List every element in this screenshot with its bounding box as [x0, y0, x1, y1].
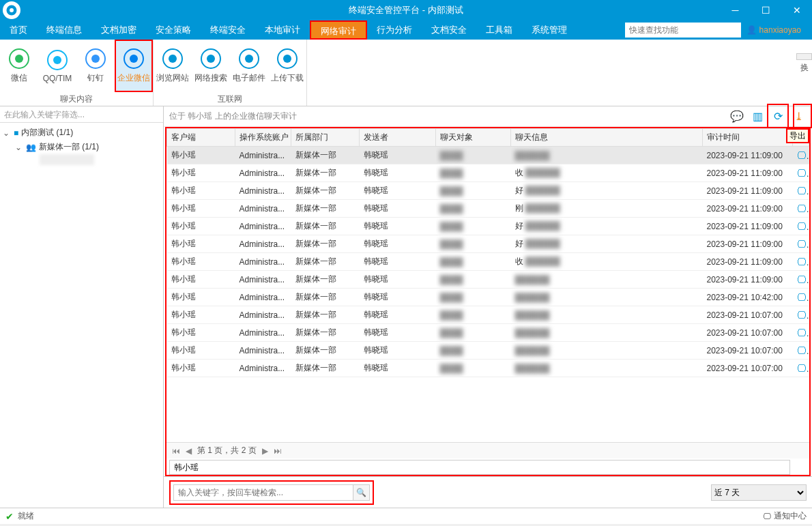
notification-center[interactable]: 🖵 通知中心 — [763, 510, 807, 522]
wechat-icon — [8, 48, 30, 70]
browse-icon — [162, 48, 184, 70]
menu-tab-5[interactable]: 本地审计 — [255, 20, 310, 40]
menu-tab-0[interactable]: 首页 — [0, 20, 37, 40]
table-row[interactable]: 韩小瑶Administra...新媒体一部韩晓瑶████好 ██████2023… — [167, 218, 809, 235]
list-view-icon[interactable]: ▥ — [749, 108, 766, 125]
statusbar: ✔ 就绪 🖵 通知中心 — [0, 508, 812, 524]
bottom-bar: 🔍 近 7 天 — [164, 476, 812, 508]
svg-point-17 — [283, 55, 291, 63]
svg-point-1 — [10, 8, 14, 12]
svg-point-5 — [53, 56, 61, 64]
main-panel: 位于 韩小瑶 上的企业微信聊天审计 💬 ▥ ⟳ ⤓ 客户端操作系统账户所属部门发… — [164, 106, 812, 508]
updown-icon — [276, 48, 298, 70]
time-range-select[interactable]: 近 7 天 — [711, 484, 807, 501]
keyword-search-input[interactable] — [173, 484, 353, 501]
col-header[interactable]: 客户端 — [167, 129, 235, 147]
col-header[interactable]: 所属部门 — [291, 129, 360, 147]
group-icon: 👥 — [26, 143, 36, 152]
wecom-icon[interactable]: 企业微信 — [115, 40, 153, 92]
collapse-icon: ⌄ — [3, 128, 11, 138]
svg-point-11 — [169, 55, 177, 63]
status-check-icon: ✔ — [5, 511, 14, 522]
table-row[interactable]: 韩小瑶Administra...新媒体一部韩晓瑶████ ██████2023-… — [167, 306, 809, 324]
table-row[interactable]: 韩小瑶Administra...新媒体一部韩晓瑶████好 ██████2023… — [167, 182, 809, 200]
dingtalk-icon — [85, 48, 106, 70]
monitor-icon: 🖵 — [797, 363, 809, 374]
user-icon: 👤 — [746, 25, 757, 35]
monitor-icon: 🖵 — [797, 310, 809, 321]
status-text: 就绪 — [18, 510, 34, 522]
quick-search[interactable] — [625, 23, 741, 38]
col-header[interactable]: 审计时间 — [703, 129, 793, 147]
detail-name-field[interactable] — [169, 460, 790, 475]
table-row[interactable]: 韩小瑶Administra...新媒体一部韩晓瑶████ ██████2023-… — [167, 271, 809, 289]
close-button[interactable]: ✕ — [781, 0, 812, 20]
qq-icon — [46, 49, 68, 71]
monitor-icon: 🖵 — [797, 292, 809, 303]
user-label[interactable]: 👤 hanxiaoyao — [746, 25, 801, 35]
menu-tab-3[interactable]: 安全策略 — [146, 20, 201, 40]
menu-tab-4[interactable]: 终端安全 — [201, 20, 255, 40]
svg-point-15 — [245, 55, 253, 63]
pager-first-icon[interactable]: ⏮ — [172, 446, 180, 456]
quick-search-input[interactable] — [625, 23, 741, 38]
table-row[interactable]: 韩小瑶Administra...新媒体一部韩晓瑶████收 ██████2023… — [167, 253, 809, 271]
monitor-icon: 🖵 — [797, 150, 809, 161]
col-header[interactable]: 聊天对象 — [436, 129, 511, 147]
minimize-button[interactable]: ─ — [720, 0, 751, 20]
search-icon[interactable]: 网络搜索 — [192, 40, 230, 92]
monitor-icon: 🖵 — [797, 327, 809, 338]
table-row[interactable]: 韩小瑶Administra...新媒体一部韩晓瑶████收 ██████2023… — [167, 164, 809, 182]
tree-filter-input[interactable]: 在此输入关键字筛选... — [0, 106, 163, 123]
monitor-icon: 🖵 — [797, 239, 809, 250]
search-icon — [200, 48, 222, 70]
table-row[interactable]: 韩小瑶Administra...新媒体一部韩晓瑶████ ██████2023-… — [167, 360, 809, 377]
maximize-button[interactable]: ☐ — [751, 0, 781, 20]
menu-tab-8[interactable]: 文档安全 — [422, 20, 476, 40]
table-row[interactable]: 韩小瑶Administra...新媒体一部韩晓瑶████ ██████2023-… — [167, 147, 809, 164]
side-panel-toggle[interactable]: 换 — [796, 53, 812, 60]
col-header[interactable]: 操作系统账户 — [235, 129, 291, 147]
monitor-icon: 🖵 — [797, 186, 809, 196]
table-row[interactable]: 韩小瑶Administra...新媒体一部韩晓瑶████ ██████2023-… — [167, 342, 809, 360]
dingtalk-icon[interactable]: 钉钉 — [76, 40, 115, 92]
table-row[interactable]: 韩小瑶Administra...新媒体一部韩晓瑶████ ██████2023-… — [167, 289, 809, 306]
menu-tab-2[interactable]: 文档加密 — [91, 20, 146, 40]
tree-leaf[interactable] — [40, 154, 94, 165]
menu-tab-10[interactable]: 系统管理 — [522, 20, 577, 40]
menu-tab-7[interactable]: 行为分析 — [367, 20, 422, 40]
ribbon-group-net-label: 互联网 — [154, 92, 306, 106]
tree-child[interactable]: ⌄ 👥 新媒体一部 (1/1) — [15, 140, 160, 154]
col-header[interactable]: 聊天信息 — [511, 129, 703, 147]
monitor-icon: 🖵 — [797, 345, 809, 356]
pager-last-icon[interactable]: ⏭ — [274, 446, 282, 456]
qq-icon[interactable]: QQ/TIM — [38, 40, 76, 92]
menubar: 首页终端信息文档加密安全策略终端安全本地审计网络审计行为分析文档安全工具箱系统管… — [0, 20, 812, 40]
browse-icon[interactable]: 浏览网站 — [154, 40, 192, 92]
wechat-icon[interactable]: 微信 — [0, 40, 38, 92]
collapse-icon: ⌄ — [15, 143, 23, 152]
search-button[interactable]: 🔍 — [353, 484, 370, 501]
pager-next-icon[interactable]: ▶ — [262, 446, 268, 456]
menu-tab-9[interactable]: 工具箱 — [476, 20, 522, 40]
pager-prev-icon[interactable]: ◀ — [186, 446, 192, 456]
chat-bubble-icon[interactable]: 💬 — [729, 108, 745, 125]
tree-root[interactable]: ⌄ ■ 内部测试 (1/1) — [3, 126, 160, 140]
table-row[interactable]: 韩小瑶Administra...新媒体一部韩晓瑶████好 ██████2023… — [167, 235, 809, 253]
sidebar: 在此输入关键字筛选... ⌄ ■ 内部测试 (1/1) ⌄ 👥 新媒体一部 (1… — [0, 106, 164, 508]
wecom-icon — [123, 48, 145, 70]
monitor-icon: 🖵 — [797, 257, 809, 267]
screen-icon: 🖵 — [763, 512, 771, 521]
table-row[interactable]: 韩小瑶Administra...新媒体一部韩晓瑶████刚 ██████2023… — [167, 200, 809, 218]
email-icon[interactable]: 电子邮件 — [230, 40, 268, 92]
updown-icon[interactable]: 上传下载 — [268, 40, 306, 92]
monitor-icon: 🖵 — [797, 221, 809, 232]
menu-tab-6[interactable]: 网络审计 — [310, 20, 367, 40]
window-title: 终端安全管控平台 - 内部测试 — [349, 4, 463, 16]
table-row[interactable]: 韩小瑶Administra...新媒体一部韩晓瑶████ ██████2023-… — [167, 324, 809, 342]
pager-label: 第 1 页，共 2 页 — [197, 445, 257, 456]
menu-tab-1[interactable]: 终端信息 — [37, 20, 91, 40]
org-icon: ■ — [14, 128, 18, 138]
pager: ⏮ ◀ 第 1 页，共 2 页 ▶ ⏭ — [166, 442, 809, 458]
col-header[interactable]: 发送者 — [360, 129, 436, 147]
